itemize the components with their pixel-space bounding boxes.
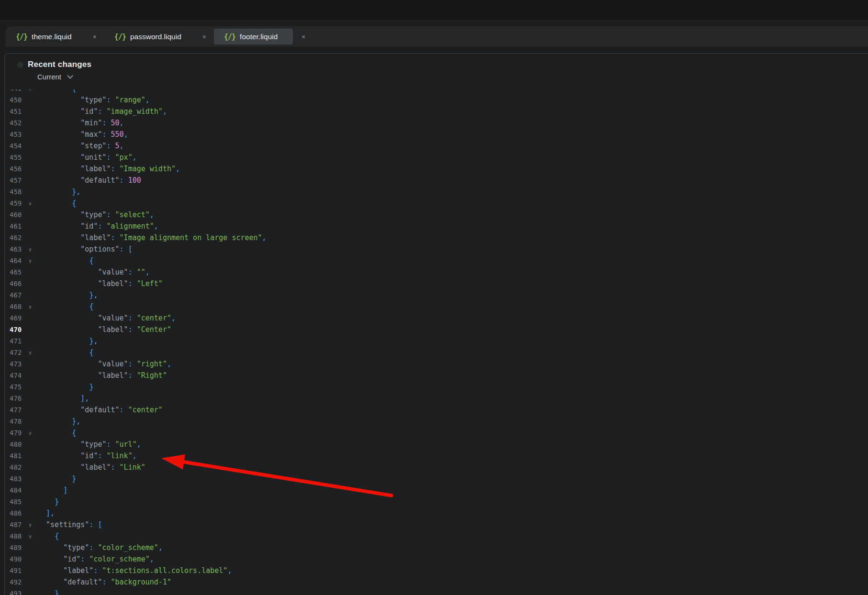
code-line: 450 "type": "range", xyxy=(5,94,868,106)
code-line: 471 }, xyxy=(5,335,868,347)
line-number: 454 xyxy=(10,142,25,150)
code-line: 456 "label": "Image width", xyxy=(5,163,868,175)
code-file-icon: {/} xyxy=(114,33,126,41)
line-number: 492 xyxy=(10,578,25,586)
tab-group-footer: {/} footer.liquid × xyxy=(214,26,313,47)
fold-chevron-icon[interactable]: ∨ xyxy=(25,258,35,264)
close-tab-icon[interactable]: × xyxy=(202,33,206,40)
code-line: 459∨ { xyxy=(5,198,868,209)
code-line: 469 "value": "center", xyxy=(5,312,868,324)
code-line: 492 "default": "background-1" xyxy=(5,576,868,588)
code-text: "label": "Image width", xyxy=(37,165,180,173)
code-text: "id": "alignment", xyxy=(37,222,158,231)
code-line: 473 "value": "right", xyxy=(5,358,868,370)
code-line: 466 "label": "Left" xyxy=(5,278,868,289)
code-line: 464∨ { xyxy=(5,255,868,266)
tab-label: password.liquid xyxy=(130,33,181,41)
code-text: "max": 550, xyxy=(37,130,128,139)
code-text: "unit": "px", xyxy=(37,153,137,162)
line-number: 456 xyxy=(10,165,25,173)
tab-footer-liquid[interactable]: {/} footer.liquid xyxy=(214,29,293,44)
line-number: 455 xyxy=(10,154,25,161)
code-line: 455 "unit": "px", xyxy=(5,152,868,163)
code-line: 487∨ "settings": [ xyxy=(5,519,868,530)
code-line: 451 "id": "image_width", xyxy=(5,106,868,117)
code-editor-panel: Recent changes Current 449∨ {450 "type":… xyxy=(4,53,868,595)
code-text: } xyxy=(37,474,76,483)
code-line: 485 } xyxy=(5,496,868,507)
code-text: { xyxy=(37,89,76,93)
code-line: 489 "type": "color_scheme", xyxy=(5,542,868,553)
code-text: { xyxy=(37,302,93,311)
line-number: 462 xyxy=(10,234,25,242)
panel-header: Recent changes Current xyxy=(5,54,868,81)
line-number: 480 xyxy=(10,441,25,448)
line-number: 461 xyxy=(10,222,25,230)
line-number: 489 xyxy=(10,544,25,551)
code-text: { xyxy=(37,256,93,265)
code-text: "label": "Link" xyxy=(37,463,145,472)
code-lines: 449∨ {450 "type": "range",451 "id": "ima… xyxy=(5,89,868,595)
code-text: ], xyxy=(37,394,89,403)
code-line: 457 "default": 100 xyxy=(5,175,868,186)
code-text: { xyxy=(37,348,93,357)
line-number: 473 xyxy=(10,360,25,368)
code-text: } xyxy=(37,497,59,506)
code-line: 467 }, xyxy=(5,289,868,301)
fold-chevron-icon[interactable]: ∨ xyxy=(25,247,35,252)
chevron-down-icon xyxy=(67,73,73,79)
code-line: 463∨ "options": [ xyxy=(5,243,868,255)
code-line: 461 "id": "alignment", xyxy=(5,220,868,232)
tab-label: theme.liquid xyxy=(32,33,72,41)
code-text: } xyxy=(37,383,93,391)
line-number: 467 xyxy=(10,291,25,299)
code-line: 478 }, xyxy=(5,416,868,427)
code-text: { xyxy=(37,429,76,437)
line-number: 472 xyxy=(10,349,25,356)
line-number: 468 xyxy=(10,303,25,310)
code-text: ], xyxy=(37,509,55,518)
tab-theme-liquid[interactable]: {/} theme.liquid xyxy=(6,29,82,44)
code-text: "options": [ xyxy=(37,245,133,253)
code-line: 493 } xyxy=(5,588,868,595)
line-number: 460 xyxy=(10,211,25,219)
close-tab-icon[interactable]: × xyxy=(93,33,97,40)
fold-chevron-icon[interactable]: ∨ xyxy=(25,522,35,528)
line-number: 466 xyxy=(10,280,25,287)
code-text: "label": "t:sections.all.colors.label", xyxy=(37,566,232,575)
version-selected-label: Current xyxy=(37,73,61,81)
code-line: 477 "default": "center" xyxy=(5,404,868,416)
fold-chevron-icon[interactable]: ∨ xyxy=(25,430,35,436)
line-number: 484 xyxy=(10,486,25,494)
fold-chevron-icon[interactable]: ∨ xyxy=(25,201,35,206)
fold-chevron-icon[interactable]: ∨ xyxy=(25,304,35,309)
line-number: 478 xyxy=(10,418,25,425)
code-text: "type": "select", xyxy=(37,210,154,219)
status-dot-icon xyxy=(17,62,23,68)
line-number: 488 xyxy=(10,532,25,540)
line-number: 476 xyxy=(10,395,25,402)
line-number: 482 xyxy=(10,463,25,471)
code-viewport[interactable]: 449∨ {450 "type": "range",451 "id": "ima… xyxy=(5,89,868,595)
tab-group-theme: {/} theme.liquid × xyxy=(6,26,104,47)
code-text: "type": "url", xyxy=(37,440,141,449)
code-text: "label": "Left" xyxy=(37,279,163,288)
code-text: "label": "Center" xyxy=(37,325,171,334)
tab-password-liquid[interactable]: {/} password.liquid xyxy=(104,29,192,44)
fold-chevron-icon[interactable]: ∨ xyxy=(25,350,35,355)
line-number: 477 xyxy=(10,406,25,414)
line-number: 475 xyxy=(10,383,25,391)
code-line: 472∨ { xyxy=(5,347,868,358)
close-tab-icon[interactable]: × xyxy=(301,33,305,40)
fold-chevron-icon[interactable]: ∨ xyxy=(25,89,35,91)
code-text: ] xyxy=(37,486,67,495)
fold-chevron-icon[interactable]: ∨ xyxy=(25,534,35,539)
line-number: 471 xyxy=(10,337,25,345)
code-text: "label": "Right" xyxy=(37,371,167,380)
code-text: "default": "background-1" xyxy=(37,578,171,586)
version-selector[interactable]: Current xyxy=(37,73,868,81)
line-number: 452 xyxy=(10,119,25,127)
panel-title: Recent changes xyxy=(28,60,91,69)
code-line: 479∨ { xyxy=(5,427,868,439)
code-line: 482 "label": "Link" xyxy=(5,462,868,473)
